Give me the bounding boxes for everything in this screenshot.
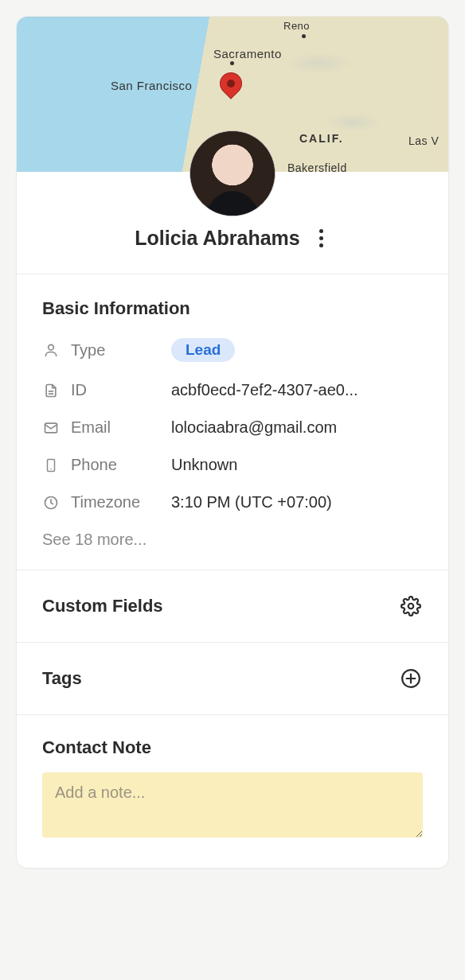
type-label: Type	[71, 341, 160, 360]
map-label-lasv: Las V	[408, 134, 439, 147]
phone-value: Unknown	[171, 456, 423, 474]
info-row-email: Email lolociaabra@gmail.com	[42, 418, 423, 437]
person-icon	[42, 341, 60, 359]
map-label-sanfrancisco: San Francisco	[111, 79, 192, 92]
custom-fields-heading: Custom Fields	[42, 596, 163, 616]
id-label: ID	[71, 381, 160, 399]
map-label-sacramento: Sacramento	[213, 47, 282, 60]
info-row-phone: Phone Unknown	[42, 456, 423, 474]
map-pin-icon	[215, 68, 247, 99]
mail-icon	[42, 419, 60, 437]
gear-icon	[401, 596, 421, 616]
contact-card: Reno Sacramento San Francisco CALIF. Bak…	[16, 16, 449, 869]
email-label: Email	[71, 418, 160, 437]
phone-label: Phone	[71, 456, 160, 474]
svg-point-5	[408, 604, 414, 609]
type-badge: Lead	[171, 338, 235, 362]
phone-icon	[42, 457, 60, 474]
add-tag-button[interactable]	[399, 667, 423, 690]
svg-point-0	[49, 344, 54, 350]
avatar-wrap	[17, 172, 448, 220]
map-label-calif: CALIF.	[299, 132, 344, 145]
basic-info-section: Basic Information Type Lead ID acbf0ecd-…	[17, 274, 448, 570]
info-row-id: ID acbf0ecd-7ef2-4307-ae0...	[42, 381, 423, 399]
plus-circle-icon	[401, 668, 421, 689]
timezone-label: Timezone	[71, 493, 160, 511]
document-icon	[42, 382, 60, 399]
name-row: Lolicia Abrahams	[17, 220, 448, 274]
map-dot	[230, 61, 234, 65]
contact-note-section: Contact Note	[17, 715, 448, 868]
svg-point-3	[50, 468, 52, 469]
clock-icon	[42, 494, 60, 511]
email-value: lolociaabra@gmail.com	[171, 418, 423, 437]
timezone-value: 3:10 PM (UTC +07:00)	[171, 493, 423, 511]
map-label-bakersfield: Bakersfield	[287, 161, 347, 172]
contact-note-heading: Contact Note	[42, 737, 423, 758]
basic-info-heading: Basic Information	[42, 298, 423, 319]
info-row-type: Type Lead	[42, 338, 423, 362]
map-dot	[302, 34, 306, 38]
avatar[interactable]	[190, 130, 275, 216]
contact-note-input[interactable]	[42, 772, 423, 838]
map-label-reno: Reno	[283, 20, 310, 32]
custom-fields-section: Custom Fields	[17, 570, 448, 642]
tags-heading: Tags	[42, 668, 82, 689]
custom-fields-settings-button[interactable]	[399, 594, 423, 618]
more-vertical-icon	[319, 229, 323, 233]
see-more-link[interactable]: See 18 more...	[42, 531, 423, 549]
id-value: acbf0ecd-7ef2-4307-ae0...	[171, 381, 423, 399]
info-row-timezone: Timezone 3:10 PM (UTC +07:00)	[42, 493, 423, 511]
tags-section: Tags	[17, 643, 448, 714]
contact-name: Lolicia Abrahams	[135, 227, 299, 250]
type-value: Lead	[171, 338, 423, 362]
more-options-button[interactable]	[313, 226, 330, 250]
